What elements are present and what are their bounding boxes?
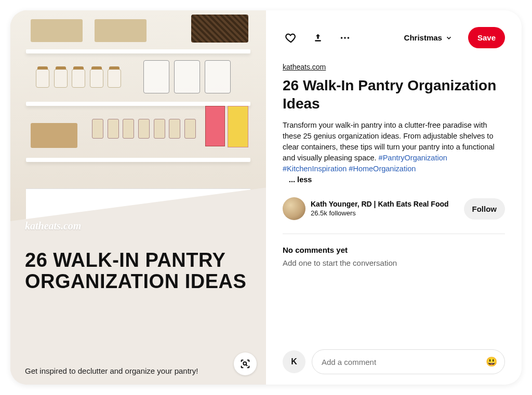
pin-image-panel[interactable]: katheats.com 26 WALK-IN PANTRY ORGANIZAT… (10, 10, 266, 385)
pin-description: Transform your walk-in pantry into a clu… (283, 120, 505, 174)
emoji-picker-button[interactable]: 😃 (486, 356, 497, 367)
author-followers: 26.5k followers (311, 209, 459, 217)
image-overlay-title: 26 WALK-IN PANTRY ORGANIZATION IDEAS (25, 250, 250, 292)
image-brand-watermark: katheats.com (25, 220, 81, 232)
svg-point-0 (243, 362, 246, 365)
visual-search-button[interactable] (234, 352, 257, 375)
like-button[interactable] (283, 30, 299, 46)
author-name[interactable]: Kath Younger, RD | Kath Eats Real Food (311, 200, 459, 209)
follow-button[interactable]: Follow (464, 198, 506, 220)
author-avatar[interactable] (283, 197, 305, 220)
svg-rect-1 (315, 40, 321, 42)
comment-input-placeholder: Add a comment (322, 358, 376, 366)
comment-input[interactable]: Add a comment 😃 (312, 349, 505, 374)
source-domain-link[interactable]: katheats.com (283, 63, 505, 71)
more-horizontal-icon (339, 32, 351, 44)
board-selector-label: Christmas (404, 33, 442, 42)
hashtag-link[interactable]: #KitchenInspiration (283, 165, 347, 173)
comments-empty-prompt: Add one to start the conversation (283, 258, 505, 267)
svg-point-2 (341, 37, 343, 39)
hashtag-link[interactable]: #HomeOrganization (349, 165, 416, 173)
smiley-icon: 😃 (486, 357, 497, 367)
author-row: Kath Younger, RD | Kath Eats Real Food 2… (283, 197, 505, 220)
svg-point-4 (348, 37, 350, 39)
comments-heading: No comments yet (283, 246, 505, 254)
chevron-down-icon (445, 34, 453, 42)
pin-info-panel: Christmas Save katheats.com 26 Walk-In P… (266, 10, 522, 385)
collapse-description-button[interactable]: ... less (289, 175, 505, 184)
comment-composer-row: K Add a comment 😃 (283, 349, 505, 374)
visual-search-icon (240, 358, 251, 370)
save-button[interactable]: Save (468, 27, 505, 48)
board-selector[interactable]: Christmas (399, 29, 458, 46)
section-divider (283, 234, 505, 234)
pin-detail-card: katheats.com 26 WALK-IN PANTRY ORGANIZAT… (10, 10, 522, 385)
more-options-button[interactable] (337, 30, 353, 46)
svg-point-3 (344, 37, 346, 39)
hashtag-link[interactable]: #PantryOrganization (379, 154, 447, 162)
share-button[interactable] (310, 30, 326, 46)
image-overlay-tagline: Get inspired to declutter and organize y… (25, 366, 198, 375)
current-user-avatar[interactable]: K (283, 350, 305, 373)
pin-title: 26 Walk-In Pantry Organization Ideas (283, 76, 505, 113)
heart-icon (285, 32, 297, 44)
share-icon (313, 33, 323, 43)
pin-action-bar: Christmas Save (283, 27, 505, 48)
